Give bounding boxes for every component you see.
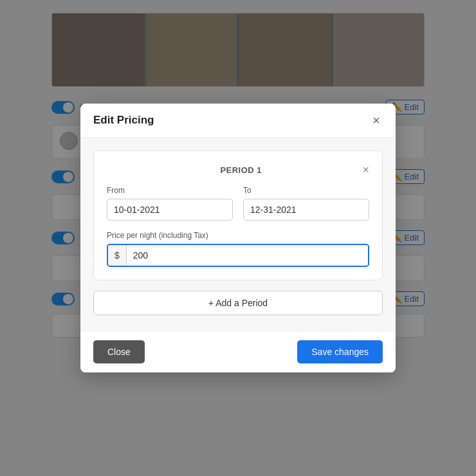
from-group: From bbox=[107, 186, 233, 221]
close-button[interactable]: Close bbox=[93, 340, 145, 363]
modal-header: Edit Pricing × bbox=[80, 104, 396, 138]
modal-backdrop: Edit Pricing × PERIOD 1 × From bbox=[0, 0, 476, 476]
period-title: PERIOD 1 bbox=[120, 165, 362, 175]
modal-body: PERIOD 1 × From To Price per n bbox=[80, 138, 396, 331]
price-label: Price per night (including Tax) bbox=[107, 231, 369, 240]
period-close-button[interactable]: × bbox=[362, 164, 369, 176]
add-period-button[interactable]: + Add a Period bbox=[93, 291, 383, 315]
price-group: Price per night (including Tax) $ bbox=[107, 231, 369, 267]
price-input-wrapper: $ bbox=[107, 244, 369, 267]
period-1-card: PERIOD 1 × From To Price per n bbox=[93, 151, 383, 280]
period-header: PERIOD 1 × bbox=[107, 164, 369, 176]
price-input[interactable] bbox=[127, 245, 368, 266]
date-row: From To bbox=[107, 186, 369, 221]
to-group: To bbox=[243, 186, 369, 221]
currency-symbol: $ bbox=[108, 245, 127, 266]
modal-close-button[interactable]: × bbox=[370, 114, 383, 127]
to-input[interactable] bbox=[243, 199, 369, 221]
from-input[interactable] bbox=[107, 199, 233, 221]
edit-pricing-modal: Edit Pricing × PERIOD 1 × From bbox=[80, 104, 396, 372]
to-label: To bbox=[243, 186, 369, 195]
from-label: From bbox=[107, 186, 233, 195]
modal-title: Edit Pricing bbox=[93, 114, 154, 127]
save-changes-button[interactable]: Save changes bbox=[297, 340, 383, 363]
modal-footer: Close Save changes bbox=[80, 331, 396, 372]
